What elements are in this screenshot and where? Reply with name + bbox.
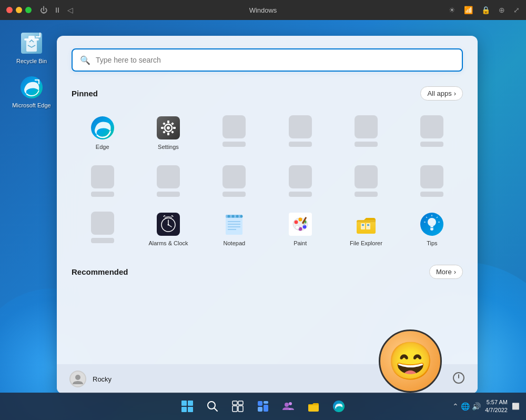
recommended-title: Recommended: [72, 267, 128, 276]
alarms-clock-label: Alarms & Clock: [148, 240, 188, 247]
all-apps-label: All apps: [427, 89, 451, 97]
traffic-lights: [6, 7, 32, 13]
user-name: Rocky: [93, 375, 112, 383]
brightness-icon[interactable]: ☀: [449, 6, 456, 14]
taskbar-edge-button[interactable]: [327, 395, 350, 418]
app-item-notepad[interactable]: Notepad: [204, 206, 265, 252]
app-item-paint[interactable]: Paint: [269, 206, 331, 252]
svg-point-37: [302, 225, 306, 229]
lock-icon[interactable]: 🔒: [481, 6, 490, 14]
placeholder-label-1: [222, 142, 246, 147]
settings-icon[interactable]: ⊕: [499, 6, 505, 14]
maximize-button[interactable]: [25, 7, 32, 13]
edge-desktop-icon: [19, 75, 44, 100]
app-item-placeholder-10[interactable]: [401, 160, 463, 202]
svg-rect-47: [362, 225, 364, 226]
desktop-icon-recycle-bin[interactable]: Recycle Bin: [11, 31, 53, 64]
svg-point-34: [294, 221, 298, 224]
placeholder-icon-8: [289, 165, 312, 188]
svg-rect-63: [188, 401, 193, 406]
power-icon[interactable]: ⏻: [40, 6, 47, 14]
taskbar-widgets-button[interactable]: [251, 395, 275, 418]
taskbar-search-button[interactable]: [201, 395, 224, 418]
app-item-placeholder-7[interactable]: [204, 160, 265, 202]
wifi-icon[interactable]: 📶: [464, 6, 473, 14]
recommended-section: Recommended More ›: [72, 265, 463, 279]
fullscreen-icon[interactable]: ⤢: [513, 6, 520, 14]
taskbar-explorer-button[interactable]: [302, 395, 325, 418]
taskbar-taskview-button[interactable]: [226, 395, 249, 418]
svg-rect-9: [167, 121, 169, 123]
app-item-placeholder-8[interactable]: [269, 160, 331, 202]
settings-app-icon: [156, 115, 181, 141]
search-taskbar-icon: [207, 401, 218, 412]
edge-taskbar-icon: [333, 401, 345, 412]
edge-app-label: Edge: [96, 144, 109, 151]
recycle-bin-svg: [20, 32, 43, 55]
volume-icon[interactable]: 🔊: [472, 402, 481, 411]
search-bar[interactable]: 🔍: [72, 48, 463, 72]
app-item-placeholder-4[interactable]: [401, 110, 463, 156]
svg-point-76: [285, 403, 289, 407]
desktop: Recycle Bin: [0, 20, 526, 420]
svg-rect-72: [258, 401, 262, 406]
app-item-file-explorer[interactable]: File Explorer: [335, 206, 397, 252]
search-input[interactable]: [96, 56, 454, 64]
pause-icon[interactable]: ⏸: [54, 6, 61, 14]
app-item-placeholder-2[interactable]: [269, 110, 331, 156]
desktop-icon-edge[interactable]: Microsoft Edge: [11, 75, 53, 108]
app-item-placeholder-6[interactable]: [137, 160, 199, 202]
notepad-label: Notepad: [224, 240, 246, 247]
svg-rect-64: [181, 407, 187, 412]
system-clock[interactable]: 5:57 AM 4/7/2022: [485, 398, 508, 415]
svg-point-51: [428, 218, 436, 226]
close-button[interactable]: [6, 7, 13, 13]
app-item-placeholder-11[interactable]: [72, 206, 133, 252]
app-item-settings[interactable]: Settings: [137, 110, 199, 156]
app-item-placeholder-5[interactable]: [72, 160, 133, 202]
chevron-up-icon[interactable]: ⌃: [452, 402, 459, 411]
system-icons-group: ⌃ 🌐 🔊: [452, 402, 481, 411]
edge-app-icon: [90, 115, 115, 141]
paint-icon: [288, 212, 313, 237]
svg-rect-74: [264, 405, 268, 412]
svg-rect-12: [173, 127, 176, 129]
notification-icon[interactable]: ⬜: [512, 403, 520, 410]
app-item-edge[interactable]: Edge: [72, 110, 133, 156]
svg-point-27: [240, 215, 243, 218]
app-item-placeholder-9[interactable]: [335, 160, 397, 202]
svg-rect-71: [238, 406, 243, 412]
placeholder-label-7: [222, 192, 246, 197]
avatar-svg: [70, 372, 85, 386]
recommended-header: Recommended More ›: [72, 265, 463, 279]
chevron-right-icon: ›: [454, 89, 456, 97]
svg-point-60: [75, 375, 80, 380]
taskbar-teams-button[interactable]: [277, 395, 300, 418]
minimize-button[interactable]: [16, 7, 22, 13]
taskbar-start-button[interactable]: [176, 395, 199, 418]
svg-rect-53: [430, 228, 433, 229]
placeholder-icon-6: [157, 165, 180, 188]
app-item-alarms-clock[interactable]: Alarms & Clock: [137, 206, 199, 252]
app-item-tips[interactable]: Tips: [401, 206, 463, 252]
title-bar-controls: ☀ 📶 🔒 ⊕ ⤢: [449, 6, 520, 14]
all-apps-button[interactable]: All apps ›: [420, 86, 463, 101]
svg-point-25: [232, 215, 235, 218]
placeholder-icon-5: [91, 165, 114, 188]
back-icon[interactable]: ◁: [67, 6, 73, 14]
more-label: More: [436, 268, 452, 276]
more-button[interactable]: More ›: [429, 265, 463, 279]
placeholder-label-4: [420, 142, 443, 147]
placeholder-label-3: [355, 142, 378, 147]
more-chevron-icon: ›: [454, 268, 456, 276]
network-icon[interactable]: 🌐: [461, 402, 470, 411]
recycle-bin-label: Recycle Bin: [16, 58, 47, 64]
placeholder-label-6: [157, 192, 180, 197]
svg-rect-10: [167, 133, 169, 135]
app-item-placeholder-1[interactable]: [204, 110, 265, 156]
svg-point-24: [228, 215, 230, 218]
placeholder-icon-11: [91, 212, 114, 235]
svg-rect-44: [361, 223, 365, 229]
svg-point-79: [333, 401, 345, 412]
app-item-placeholder-3[interactable]: [335, 110, 397, 156]
